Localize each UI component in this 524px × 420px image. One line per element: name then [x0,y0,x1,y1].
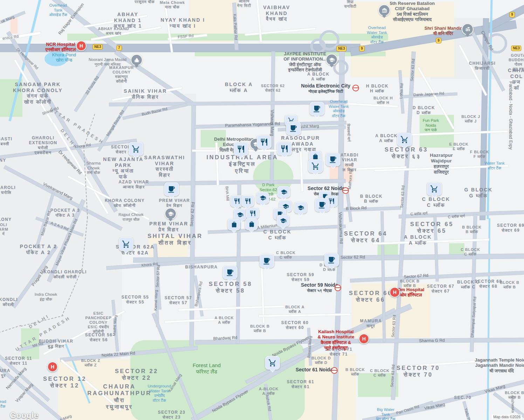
area-label: POCKET A 2पॉकेट A 2 [20,244,57,255]
restaurant-marker[interactable] [234,142,248,158]
label-line: सेक्टर 69 [497,228,524,233]
label-line: C ब्लॉक मार्ग [448,214,465,219]
label-line: छिजारसी [469,66,496,71]
coffee-marker[interactable] [223,266,237,281]
cart-marker[interactable] [265,356,280,371]
bag-marker[interactable] [245,218,258,232]
om-icon[interactable]: ॐ [462,23,474,36]
label-line: Underground [147,384,171,389]
hospital-icon[interactable]: H [76,41,87,51]
education-marker[interactable] [294,202,307,215]
metro-station-icon[interactable] [331,367,338,374]
metro-station-icon[interactable] [342,187,349,194]
area-label: SECTOR 65सेक्टर 65 [410,221,454,234]
label-line: सेक्टर 57 [165,300,192,305]
area-label: H BLOCKH ब्लॉक [366,84,388,93]
area-label: SECTOR 11सेक्टर 11 [5,356,32,366]
label-line: वैभव खांद [263,16,290,22]
label-line: सेक्टर 11 [5,361,32,366]
label-line: संगम पार्क [13,93,63,99]
transit-label: Noida Electronic Cityनोएडा इलेक्ट्रॉनिक … [301,83,351,94]
area-label: SECTOR 62सेक्टर 62 [261,84,285,93]
restaurant-marker[interactable] [277,142,292,157]
cart-marker[interactable] [308,159,323,175]
label-line: B BLOCK [360,194,382,199]
museum-icon[interactable] [378,5,390,18]
google-logo[interactable]: Google [10,411,39,420]
label-line: C ब्लॉक [461,252,480,257]
label-line: Noorani Jama Masiid [89,57,126,62]
map-canvas[interactable]: ABHAYKHAND 1अभय खांद 1ABHAY KHANDअभय खां… [0,0,524,420]
area-label: B BLOCKB ब्लॉक [360,194,382,204]
school-icon[interactable] [326,54,338,67]
label-line: एक्सटेंशन [29,150,57,155]
bag-marker[interactable] [228,219,240,232]
label-line: ब्लॉक D [311,360,331,365]
education-marker[interactable] [277,215,289,228]
metro-station-icon[interactable] [352,85,359,91]
label-line: AZAD VIHAR [118,180,149,184]
coffee-marker[interactable] [286,121,301,137]
label-line: B BLOCK [462,225,482,230]
label-line: CISF Ghaziabad [390,6,435,12]
label-line: मकानपुर [109,75,134,79]
area-label: PURAपुर [0,368,11,378]
mosque-icon[interactable] [131,54,143,67]
label-line: Water Tank [484,161,505,166]
metro-station-icon[interactable] [335,285,341,291]
school-icon[interactable] [165,208,177,221]
coffee-marker[interactable] [326,153,340,168]
label-line: KHAND [263,10,290,16]
label-line: RAGHUNATHPUR [87,390,152,397]
label-line: KHORA CONOLY [13,87,63,93]
label-line: पुर [0,373,11,378]
label-line: Hazratpur [430,153,453,158]
label-line: Noida Electronic City [301,83,351,89]
cart-marker[interactable] [397,133,412,148]
label-line: A ब्लॉक [404,240,432,246]
area-label: A BLOCKA ब्लॉक [375,133,397,143]
label-line: खोरा कॉलोनी [13,99,63,105]
area-label: MAKANPURCOLONYमकानपुरकॉलोनी [109,65,134,84]
area-label: MAMURAमामूर [360,318,382,328]
restaurant-marker[interactable] [257,135,271,150]
label-line: CHAURA [87,383,152,390]
education-marker[interactable] [277,186,290,200]
hospital-icon[interactable]: H [47,362,58,372]
area-label: ESICPANCHDEEPCOLONYESIC पंचदीपकॉलोनी [85,311,111,334]
label-line: शीतल विहार [147,239,203,246]
education-marker[interactable] [256,192,269,205]
label-line: परशुराम चौक [135,0,155,4]
label-line: E BLOCK [449,142,469,147]
label-line: KHAND 1 [113,18,142,23]
label-line: OLI [0,223,8,227]
cart-marker[interactable] [129,142,143,158]
cart-marker[interactable] [427,182,442,197]
hospital-icon[interactable]: H [359,334,369,344]
hospital-icon[interactable]: H [389,287,400,298]
label-line: SARASWATHI [144,155,185,161]
coffee-marker[interactable] [260,254,274,270]
label-line: आजाद विहार [118,184,149,189]
label-line: POCKET A 3 [50,208,80,213]
coffee-marker[interactable] [164,182,179,198]
coffee-marker[interactable] [324,253,339,268]
label-line: मेगा सिटी [237,4,251,8]
label-line: Sector 62 Rd [340,254,365,260]
coffee-marker[interactable] [315,198,330,214]
route-badge: 7 [116,45,122,51]
label-line: ABHAY [113,12,142,18]
area-label: PREM VIHARप्रेम विहार [149,221,188,232]
label-line: SECTOR 64 [344,230,387,237]
area-label: BLOCK Hब्लॉक H [373,96,393,105]
route-badge: 9 [359,46,365,51]
cart-marker[interactable] [119,237,133,253]
label-line: SECTOR 66 [349,290,392,296]
restaurant-marker[interactable] [241,195,254,209]
label-line: सेक्टर 12 [43,382,87,389]
label-line: CHHIJARSI [469,61,496,66]
label-line: H ब्लॉक [366,89,388,93]
label-line: सेक्टर 23 [158,415,185,420]
label-line: Wajidpur [430,158,453,164]
coffee-marker[interactable] [310,102,324,117]
